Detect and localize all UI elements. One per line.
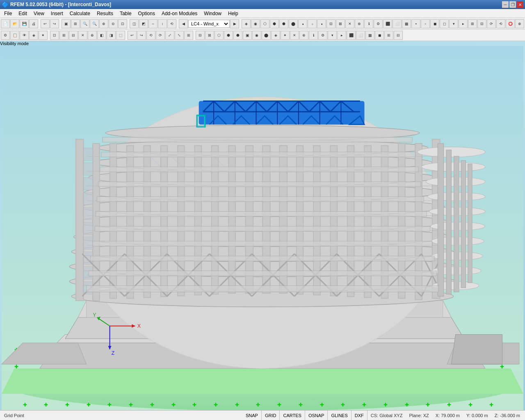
tb-r2-17[interactable]: ⟳ <box>156 31 165 40</box>
menu-results[interactable]: Results <box>94 10 116 17</box>
tb-c29[interactable]: ⭕ <box>506 19 515 28</box>
tb-c21[interactable]: ◼ <box>430 19 439 28</box>
tb-print[interactable]: 🖨 <box>29 19 38 28</box>
tb-r2-7[interactable]: ⊞ <box>59 31 68 40</box>
tb-r2-3[interactable]: 👁 <box>20 31 29 40</box>
title-bar-controls[interactable]: ─ ❐ ✕ <box>502 1 523 8</box>
tb-redo[interactable]: ↪ <box>50 19 59 28</box>
tb-r2-10[interactable]: ⊕ <box>88 31 97 40</box>
tb-r2-22[interactable]: ⊠ <box>205 31 214 40</box>
tb-new[interactable]: 📄 <box>1 19 10 28</box>
tb-c5[interactable]: ⬣ <box>279 19 288 28</box>
tb-r2-11[interactable]: ◧ <box>97 31 106 40</box>
tb-b9[interactable]: ◩ <box>139 19 148 28</box>
tb-c2[interactable]: ◉ <box>251 19 260 28</box>
tb-r2-41[interactable]: ⊞ <box>384 31 393 40</box>
tb-r2-23[interactable]: ⬡ <box>215 31 224 40</box>
tb-r2-6[interactable]: ⊡ <box>50 31 59 40</box>
tb-r2-26[interactable]: ▣ <box>243 31 252 40</box>
menu-calculate[interactable]: Calculate <box>66 10 94 17</box>
tb-c23[interactable]: ▾ <box>449 19 458 28</box>
tb-b8[interactable]: ◫ <box>130 19 139 28</box>
menu-edit[interactable]: Edit <box>15 10 30 17</box>
tb-c17[interactable]: ⬜ <box>393 19 402 28</box>
tb-b7[interactable]: ⊡ <box>118 19 127 28</box>
tb-r2-30[interactable]: ✦ <box>281 31 290 40</box>
load-case-combo[interactable]: LC4 - Wind_x <box>188 20 230 28</box>
tb-r2-9[interactable]: ✕ <box>78 31 87 40</box>
tb-r2-27[interactable]: ◉ <box>252 31 261 40</box>
tb-c18[interactable]: ▩ <box>402 19 411 28</box>
tb-open[interactable]: 📂 <box>10 19 19 28</box>
tb-c1[interactable]: ◈ <box>242 19 251 28</box>
tb-r2-33[interactable]: ℹ <box>309 31 318 40</box>
tb-r2-35[interactable]: ▾ <box>328 31 337 40</box>
menu-addon[interactable]: Add-on Modules <box>158 10 201 17</box>
tb-r2-1[interactable]: ⚙ <box>1 31 10 40</box>
tb-r2-25[interactable]: ⬣ <box>233 31 242 40</box>
tb-prev-lc[interactable]: ◀ <box>179 19 188 28</box>
tb-r2-12[interactable]: ◨ <box>107 31 116 40</box>
tb-r2-20[interactable]: ⊞ <box>184 31 193 40</box>
tb-r2-29[interactable]: ◈ <box>271 31 280 40</box>
tb-c4[interactable]: ⬢ <box>270 19 279 28</box>
tb-r2-42[interactable]: ⊟ <box>394 31 403 40</box>
tb-c28[interactable]: ⟲ <box>496 19 505 28</box>
tb-r2-19[interactable]: ⤡ <box>175 31 184 40</box>
status-dxf[interactable]: DXF <box>352 411 368 420</box>
tb-c6[interactable]: ⬤ <box>289 19 298 28</box>
viewport[interactable]: Visibility mode ✚✚✚ ✚✚✚ ✚✚✚ ✚✚✚ <box>0 41 525 410</box>
tb-b10[interactable]: ↔ <box>148 19 158 28</box>
tb-undo[interactable]: ↩ <box>41 19 50 28</box>
tb-c19[interactable]: ▪ <box>411 19 420 28</box>
tb-c13[interactable]: ⊕ <box>355 19 364 28</box>
tb-r2-18[interactable]: ⤢ <box>165 31 174 40</box>
tb-c27[interactable]: ⟳ <box>487 19 496 28</box>
tb-c24[interactable]: ▸ <box>459 19 468 28</box>
tb-b3[interactable]: 🔍 <box>80 19 89 28</box>
menu-window[interactable]: Window <box>201 10 225 17</box>
tb-b6[interactable]: ⊖ <box>109 19 118 28</box>
restore-button[interactable]: ❐ <box>509 1 516 8</box>
status-osnap[interactable]: OSNAP <box>305 411 328 420</box>
menu-view[interactable]: View <box>30 10 48 17</box>
tb-r2-15[interactable]: ↪ <box>137 31 146 40</box>
menu-table[interactable]: Table <box>116 10 135 17</box>
tb-r2-40[interactable]: ◼ <box>375 31 384 40</box>
tb-r2-4[interactable]: ◈ <box>29 31 38 40</box>
menu-options[interactable]: Options <box>135 10 158 17</box>
status-cartes[interactable]: CARTES <box>280 411 305 420</box>
tb-c12[interactable]: ✕ <box>345 19 354 28</box>
tb-r2-24[interactable]: ⬢ <box>224 31 233 40</box>
tb-b4[interactable]: 🔍 <box>90 19 99 28</box>
tb-c8[interactable]: ⬦ <box>308 19 317 28</box>
tb-c15[interactable]: ⚙ <box>374 19 383 28</box>
tb-b1[interactable]: ▣ <box>62 19 71 28</box>
tb-r2-28[interactable]: ⬤ <box>262 31 271 40</box>
tb-c3[interactable]: ⬡ <box>260 19 269 28</box>
tb-c30[interactable]: ⊕ <box>515 19 524 28</box>
tb-b11[interactable]: ↕ <box>158 19 167 28</box>
tb-r2-8[interactable]: ⊟ <box>69 31 78 40</box>
tb-c9[interactable]: ⬧ <box>317 19 326 28</box>
tb-r2-21[interactable]: ⊟ <box>196 31 205 40</box>
tb-r2-39[interactable]: ▩ <box>365 31 374 40</box>
tb-b12[interactable]: ⟲ <box>167 19 176 28</box>
tb-c20[interactable]: ▫ <box>421 19 430 28</box>
tb-r2-34[interactable]: ⚙ <box>318 31 327 40</box>
tb-r2-14[interactable]: ↩ <box>128 31 137 40</box>
close-button[interactable]: ✕ <box>517 1 523 8</box>
tb-c25[interactable]: ⊞ <box>468 19 477 28</box>
tb-r2-32[interactable]: ⊕ <box>299 31 308 40</box>
tb-c7[interactable]: ⬥ <box>298 19 307 28</box>
tb-r2-36[interactable]: ▸ <box>337 31 346 40</box>
tb-b5[interactable]: ⊕ <box>99 19 108 28</box>
status-snap[interactable]: SNAP <box>242 411 262 420</box>
tb-next-lc[interactable]: ▶ <box>230 19 239 28</box>
tb-save[interactable]: 💾 <box>20 19 29 28</box>
tb-c10[interactable]: ⊟ <box>326 19 336 28</box>
tb-r2-5[interactable]: ✦ <box>39 31 48 40</box>
status-grid[interactable]: GRID <box>262 411 280 420</box>
status-glines[interactable]: GLINES <box>328 411 351 420</box>
tb-b2[interactable]: ⊞ <box>71 19 80 28</box>
